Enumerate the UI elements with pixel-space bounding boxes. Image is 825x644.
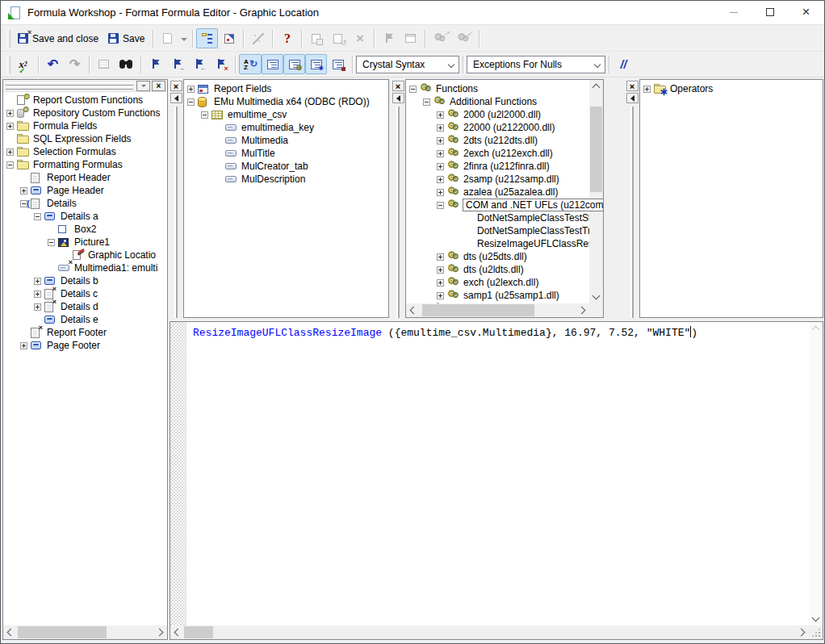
save-and-close-button[interactable]: ×Save and close: [13, 28, 103, 48]
expand-plus-icon[interactable]: [437, 279, 444, 286]
toggle-field-tree-button[interactable]: [262, 54, 283, 74]
tree-item-22000-u2122000-dll[interactable]: ⚙⚙22000 (u2122000.dll): [409, 121, 589, 134]
collapse-minus-icon[interactable]: [34, 213, 41, 220]
scroll-left-arrow[interactable]: [170, 625, 184, 639]
panel-close-button[interactable]: ×: [152, 81, 165, 91]
expand-plus-icon[interactable]: [6, 123, 14, 130]
tree-item-picture1[interactable]: Picture1: [6, 236, 167, 249]
editor-vscrollbar[interactable]: [809, 322, 823, 625]
tree-item-multitle[interactable]: MulTitle: [187, 147, 388, 160]
tree-item-emu-multimedia-x64-odbc-rdo[interactable]: EMu Multimedia x64 (ODBC (RDO)): [187, 95, 388, 108]
expand-plus-icon[interactable]: [437, 163, 444, 170]
tree-item-details-d[interactable]: ×Details d: [6, 300, 167, 313]
syntax-select[interactable]: Crystal Syntax: [356, 56, 459, 73]
expand-plus-icon[interactable]: [437, 176, 444, 183]
update-repository-button[interactable]: ⚙⚙↙: [452, 28, 475, 48]
tree-item-details-b[interactable]: Details b: [6, 274, 167, 287]
operator-tree-close-button[interactable]: ×: [626, 81, 639, 91]
scroll-down-arrow[interactable]: [809, 612, 823, 625]
splitter-handle[interactable]: [396, 107, 400, 318]
scroll-right-arrow[interactable]: [576, 303, 589, 317]
tree-item-emultime-csv[interactable]: emultime_csv: [187, 108, 388, 121]
tree-item-box2[interactable]: Box2: [6, 223, 167, 236]
tree-item-mulcreator-tab[interactable]: MulCreator_tab: [187, 160, 388, 173]
expand-plus-icon[interactable]: [20, 342, 27, 349]
toggle-operator-tree-button[interactable]: ∗: [305, 54, 327, 74]
delete-button[interactable]: ×: [349, 28, 371, 48]
expand-plus-icon[interactable]: [6, 148, 14, 156]
expand-plus-icon[interactable]: [437, 111, 444, 119]
tree-item-azalea-u25azalea-dll[interactable]: ⚙⚙azalea (u25azalea.dll): [409, 186, 589, 199]
function-tree-vscrollbar[interactable]: [589, 80, 603, 303]
collapse-minus-icon[interactable]: [409, 86, 417, 93]
tree-item-page-footer[interactable]: Page Footer: [6, 339, 167, 352]
expand-plus-icon[interactable]: [437, 292, 444, 299]
scroll-thumb[interactable]: [184, 626, 213, 638]
maximize-button[interactable]: [752, 1, 788, 24]
expand-plus-icon[interactable]: [34, 291, 41, 298]
tree-item-formatting-formulas[interactable]: Formatting Formulas: [6, 158, 167, 171]
tree-item-samp1-u25samp1-dll[interactable]: ⚙⚙samp1 (u25samp1.dll): [409, 289, 589, 302]
expand-plus-icon[interactable]: [643, 86, 651, 93]
splitter-handle[interactable]: [174, 107, 178, 318]
save-button[interactable]: Save: [103, 28, 149, 48]
field-tree-splitter[interactable]: ×: [170, 79, 182, 318]
collapse-minus-icon[interactable]: [423, 98, 430, 106]
formula-code[interactable]: ResizeImageUFLClassResizeImage ({emultim…: [193, 326, 697, 339]
browse-report-button[interactable]: [400, 28, 421, 48]
tree-item-multimedia1-emulti[interactable]: ×Multimedia1: emulti: [6, 261, 167, 274]
minimize-button[interactable]: [715, 1, 752, 24]
tree-item-report-footer[interactable]: ×Report Footer: [6, 326, 167, 339]
field-tree-collapse-button[interactable]: [170, 93, 182, 103]
expand-plus-icon[interactable]: [437, 150, 444, 157]
tree-item-dts-u25dts-dll[interactable]: ⚙⚙dts (u25dts.dll): [409, 250, 589, 263]
scroll-thumb[interactable]: [18, 626, 107, 638]
tree-item-sql-expression-fields[interactable]: SQL Expression Fields: [6, 132, 167, 145]
properties-button[interactable]: [218, 28, 240, 48]
scroll-right-arrow[interactable]: [795, 625, 809, 639]
rename-button[interactable]: [327, 28, 349, 48]
show-formatting-button[interactable]: [327, 54, 349, 74]
tree-item-operators[interactable]: ∗Operators: [643, 82, 823, 95]
tree-item-details-c[interactable]: ×Details c: [6, 287, 167, 300]
scroll-left-arrow[interactable]: [406, 303, 420, 317]
tree-item-report-header[interactable]: Report Header: [6, 171, 167, 184]
undo-button[interactable]: ↶: [42, 54, 64, 74]
workshop-tree-hscrollbar[interactable]: [3, 625, 167, 639]
tree-item-emultimedia-key[interactable]: emultimedia_key: [187, 121, 388, 134]
check-syntax-button[interactable]: x2✓: [13, 54, 35, 74]
scroll-up-arrow[interactable]: [809, 322, 823, 336]
collapse-minus-icon[interactable]: [187, 98, 195, 106]
expand-plus-icon[interactable]: [437, 124, 444, 132]
comment-button[interactable]: //: [613, 54, 634, 74]
tree-item-report-custom-functions[interactable]: ⚙Report Custom Functions: [6, 94, 167, 107]
toggle-function-tree-button[interactable]: ⚙: [283, 54, 305, 74]
toggle-bookmark-button[interactable]: [144, 54, 166, 74]
find-button[interactable]: [115, 54, 137, 74]
expand-plus-icon[interactable]: [437, 137, 444, 144]
tree-item-selection-formulas[interactable]: Selection Formulas: [6, 145, 167, 158]
collapse-minus-icon[interactable]: [48, 239, 55, 246]
splitter-handle[interactable]: [630, 107, 634, 318]
new-custom-function-button[interactable]: [305, 28, 327, 48]
tree-item-repository-custom-functions[interactable]: ⚙Repository Custom Functions: [6, 107, 167, 119]
sort-trees-button[interactable]: AZ↻: [239, 54, 262, 74]
expand-plus-icon[interactable]: [187, 86, 195, 93]
browse-data-button[interactable]: [93, 54, 115, 74]
tree-item-com-and-net-ufls-u212com-dll[interactable]: ⚙⚙COM and .NET UFLs (u212com.dll): [409, 199, 589, 211]
expand-plus-icon[interactable]: [437, 266, 444, 274]
tree-item-2exch-u212exch-dll[interactable]: ⚙⚙2exch (u212exch.dll): [409, 147, 589, 160]
new-formula-button[interactable]: [157, 28, 178, 48]
tree-item-2000-u2l2000-dll[interactable]: ⚙⚙2000 (u2l2000.dll): [409, 108, 589, 121]
next-bookmark-button[interactable]: →: [166, 54, 188, 74]
function-tree-splitter[interactable]: ×: [392, 79, 404, 318]
tree-item-dotnetsampleclasstesttransla[interactable]: DotNetSampleClassTestTransla: [409, 224, 589, 237]
editor-hscrollbar[interactable]: [170, 625, 809, 639]
scroll-right-arrow[interactable]: [153, 625, 167, 639]
new-formula-dropdown[interactable]: [178, 28, 189, 48]
tree-item-multimedia[interactable]: Multimedia: [187, 134, 388, 147]
function-tree-collapse-button[interactable]: [392, 93, 404, 103]
tree-item-details-e[interactable]: Details e: [6, 313, 167, 326]
tree-item-2samp-u212samp-dll[interactable]: ⚙⚙2samp (u212samp.dll): [409, 173, 589, 186]
resize-grip[interactable]: [809, 625, 823, 639]
